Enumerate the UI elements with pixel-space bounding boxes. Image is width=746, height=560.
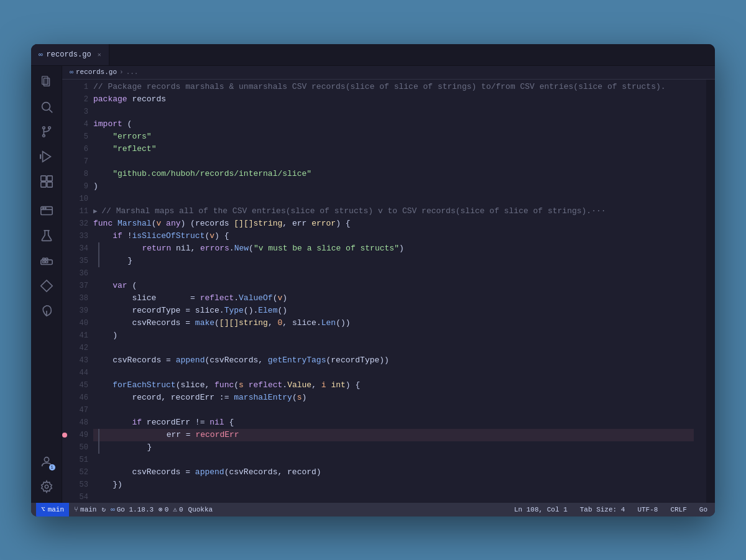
status-encoding[interactable]: UTF-8 xyxy=(635,506,660,513)
code-comma-40: , xyxy=(268,317,278,329)
code-line-5: "errors" xyxy=(93,131,694,143)
vscode-window: ∞ records.go ✕ xyxy=(31,44,715,516)
line-num-33: 33 xyxy=(67,230,88,242)
editor-container: ∞ records.go › ... 1 2 3 4 5 6 7 8 9 xyxy=(62,66,715,503)
code-paren-45a: (slice, xyxy=(176,379,214,392)
code-paren-45b: ( xyxy=(234,379,239,392)
code-line-49: err = recordErr xyxy=(93,429,694,441)
code-line-9: ) xyxy=(93,180,694,193)
error-icon: ⊗ xyxy=(159,505,163,513)
status-bar: ⌥ main ⑂ main ↻ ∞ Go 1.18.3 ⊗ 0 ⚠ 0 Quok… xyxy=(31,503,715,516)
code-paren-39b: () xyxy=(277,305,287,317)
code-func-name: Marshal xyxy=(117,218,152,230)
status-quokka[interactable]: Quokka xyxy=(186,506,216,513)
code-paren-38: ( xyxy=(273,292,278,305)
status-sync[interactable]: ↻ xyxy=(99,505,108,513)
code-line-8: "github.com/huboh/records/internal/slice… xyxy=(93,168,694,180)
code-close-46: ) xyxy=(302,392,307,404)
editor-area[interactable]: 1 2 3 4 5 6 7 8 9 10 11 32 33 34 35 36 3 xyxy=(62,80,715,503)
line-numbers: 1 2 3 4 5 6 7 8 9 10 11 32 33 34 35 36 3 xyxy=(62,80,93,503)
status-extension-label: Quokka xyxy=(188,506,213,513)
tab-close-button[interactable]: ✕ xyxy=(98,51,101,58)
code-func-isslice: isSliceOfStruct xyxy=(132,230,205,242)
breadcrumb-bar: ∞ records.go › ... xyxy=(62,66,715,80)
code-close-48: { xyxy=(224,416,234,429)
line-num-52: 52 xyxy=(67,466,88,479)
code-str-34: "v must be a slice of structs" xyxy=(254,242,399,255)
line-num-36: 36 xyxy=(67,267,88,280)
status-branch[interactable]: ⑂ main xyxy=(71,506,99,513)
line-num-49: 49 xyxy=(67,429,88,441)
run-debug-icon[interactable] xyxy=(35,145,58,168)
code-kw-import: import xyxy=(93,118,122,131)
code-type-any: any xyxy=(166,218,180,230)
line-num-2: 2 xyxy=(67,93,88,106)
testing-icon[interactable] xyxy=(35,225,58,247)
code-paren-33: ( xyxy=(205,230,210,242)
gitlense-icon[interactable] xyxy=(35,275,58,297)
tab-records-go[interactable]: ∞ records.go ✕ xyxy=(31,44,109,65)
svg-point-4 xyxy=(42,126,45,129)
svg-rect-23 xyxy=(45,261,48,263)
code-close-34: ) xyxy=(399,242,404,255)
code-type-sliceslice: [][]string xyxy=(234,218,282,230)
code-line-32: func Marshal(v any) (records [][]string,… xyxy=(93,218,694,230)
code-func-append-52: append xyxy=(195,466,224,479)
files-icon[interactable] xyxy=(35,71,58,93)
tab-label: records.go xyxy=(47,50,91,59)
line-num-46: 46 xyxy=(67,392,88,404)
extensions-icon[interactable] xyxy=(35,170,58,193)
svg-rect-20 xyxy=(42,258,45,260)
code-comment-1: // Package records marshals & unmarshals… xyxy=(93,81,666,93)
code-pkg-errors: errors xyxy=(200,242,229,255)
code-import-paren: ( xyxy=(122,118,132,131)
code-line-40: csvRecords = make([][]string, 0, slice.L… xyxy=(93,317,694,329)
search-icon[interactable] xyxy=(35,96,58,118)
code-paren-43a: (csvRecords, xyxy=(205,354,267,367)
source-control-icon[interactable] xyxy=(35,121,58,143)
code-type-value: Value xyxy=(287,379,311,392)
code-paren-39a: (). xyxy=(244,305,258,317)
breadcrumb-sep: › xyxy=(119,68,124,76)
status-tab-size[interactable]: Tab Size: 4 xyxy=(578,506,628,513)
status-errors[interactable]: ⊗ 0 ⚠ 0 xyxy=(156,505,185,513)
sync-icon: ↻ xyxy=(101,505,106,513)
code-line-34: return nil, errors.New("v must be a slic… xyxy=(93,242,694,255)
svg-line-3 xyxy=(49,109,52,112)
docker-icon[interactable] xyxy=(35,250,58,272)
code-indent-41: ) xyxy=(93,329,117,342)
line-num-1: 1 xyxy=(67,81,88,93)
leaf-icon[interactable] xyxy=(35,300,58,322)
code-indent-5 xyxy=(93,131,113,143)
settings-icon[interactable] xyxy=(35,475,58,498)
svg-point-16 xyxy=(42,208,44,209)
code-err-var: err xyxy=(292,218,306,230)
status-language-label: Go xyxy=(699,506,707,513)
code-area[interactable]: // Package records marshals & unmarshals… xyxy=(93,80,706,503)
code-kw-func: func xyxy=(93,218,113,230)
code-indent-49 xyxy=(98,429,167,441)
status-remote[interactable]: ⌥ main xyxy=(36,503,69,516)
remote-explorer-icon[interactable] xyxy=(35,200,58,223)
status-line-ending[interactable]: CRLF xyxy=(668,506,689,513)
status-language[interactable]: Go xyxy=(697,506,710,513)
minimap-scrollbar[interactable] xyxy=(706,80,715,503)
line-num-10: 10 xyxy=(67,193,88,205)
line-num-45: 45 xyxy=(67,379,88,392)
line-num-42: 42 xyxy=(67,342,88,354)
line-num-32: 32 xyxy=(67,218,88,230)
code-kw-if-48: if xyxy=(132,416,142,429)
status-position[interactable]: Ln 108, Col 1 xyxy=(512,506,570,513)
code-line-3 xyxy=(93,106,694,118)
code-import-reflect: "reflect" xyxy=(113,143,156,155)
line-num-34: 34 xyxy=(67,242,88,255)
code-line-35: } xyxy=(93,255,694,267)
code-paren-37: ( xyxy=(127,280,137,292)
activity-bottom: 1 xyxy=(35,451,58,498)
code-func-valueof: ValueOf xyxy=(239,292,273,305)
account-icon[interactable]: 1 xyxy=(35,451,58,473)
code-paren-close-32: ) ( xyxy=(180,218,195,230)
code-param-i-45: i xyxy=(321,379,326,392)
code-indent-35: } xyxy=(98,255,132,267)
status-go-version[interactable]: ∞ Go 1.18.3 xyxy=(108,506,156,513)
